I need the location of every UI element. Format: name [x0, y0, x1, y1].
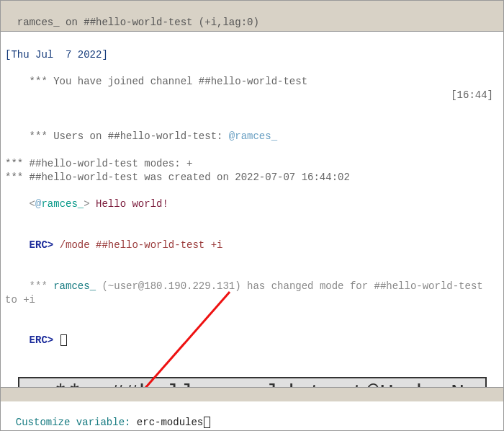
minibuffer-cursor [204, 417, 210, 428]
users-prefix: *** Users on ##hello-world-test: [30, 130, 229, 142]
modes-line: *** ##hello-world-test modes: + [5, 157, 499, 171]
bracket-open: < [30, 198, 35, 210]
minibuffer-prompt: Customize variable: [16, 417, 137, 428]
command-line: ERC> /mode ##hello-world-test +i [5, 225, 499, 266]
mode-command: /mode ##hello-world-test +i [60, 239, 223, 251]
minibuffer[interactable]: Customize variable: erc-modules [1, 401, 503, 430]
date-line: [Thu Jul 7 2022] [5, 48, 499, 62]
text-cursor [60, 334, 67, 346]
speaker-nick: ramces_ [41, 198, 84, 210]
bracket-close: > [84, 198, 96, 210]
join-line: *** You have joined channel ##hello-worl… [5, 62, 499, 117]
input-line[interactable]: ERC> [5, 320, 499, 361]
erc-prompt: ERC> [30, 239, 60, 251]
message-line: <@ramces_> Hello world! [5, 185, 499, 226]
mode-change-line: *** ramces_ (~user@180.190.229.131) has … [5, 266, 499, 321]
erc-prompt: ERC> [30, 334, 60, 346]
spacer [5, 35, 499, 48]
join-timestamp: [16:44] [451, 89, 493, 102]
erc-buffer: [Thu Jul 7 2022] *** You have joined cha… [1, 32, 503, 431]
titlebar-text: ramces_ on ##hello-world-test (+i,lag:0) [17, 17, 259, 28]
join-text: *** You have joined channel ##hello-worl… [30, 76, 307, 87]
users-line: *** Users on ##hello-world-test: @ramces… [5, 116, 499, 157]
message-text: Hello world! [96, 198, 168, 210]
users-op: @ramces_ [229, 130, 277, 142]
created-line: *** ##hello-world-test was created on 20… [5, 171, 499, 185]
stars: *** [30, 280, 54, 292]
minibuffer-value: erc-modules [137, 417, 203, 428]
window-titlebar: ramces_ on ##hello-world-test (+i,lag:0) [1, 1, 503, 32]
mode-change-nick: ramces_ [53, 280, 96, 292]
